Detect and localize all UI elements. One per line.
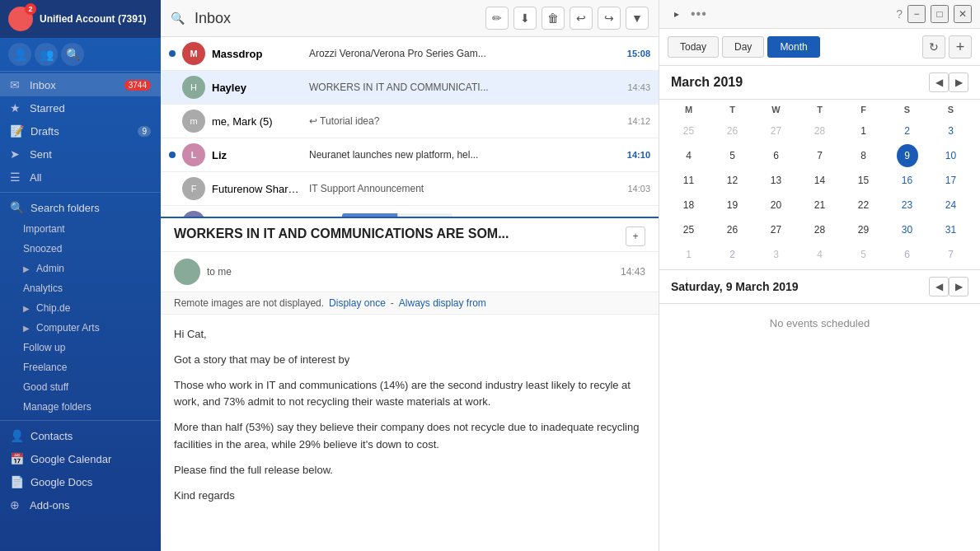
calendar-day[interactable]: 13: [755, 169, 797, 192]
calendar-day[interactable]: 28: [799, 119, 841, 142]
sidebar-item-starred[interactable]: ★ Starred: [0, 96, 161, 119]
calendar-day[interactable]: 4: [799, 243, 841, 266]
calendar-day[interactable]: 14: [799, 169, 841, 192]
sidebar-item-freelance[interactable]: Freelance: [0, 357, 161, 377]
calendar-day[interactable]: 26: [711, 218, 753, 241]
body-para3: Please find the full release below.: [174, 462, 645, 479]
calendar-day[interactable]: 25: [668, 218, 710, 241]
calendar-day[interactable]: 24: [930, 194, 972, 217]
calendar-day[interactable]: 16: [886, 169, 928, 192]
calendar-day[interactable]: 25: [668, 119, 710, 142]
prev-month-button[interactable]: ◀: [929, 72, 949, 92]
sidebar-item-computer-arts[interactable]: ▶ Computer Arts: [0, 318, 161, 338]
sidebar-item-drafts[interactable]: 📝 Drafts 9: [0, 119, 161, 142]
sidebar-item-sent[interactable]: ➤ Sent: [0, 142, 161, 166]
calendar-day[interactable]: 15: [842, 169, 884, 192]
prev-day-button[interactable]: ◀: [929, 277, 949, 297]
calendar-day[interactable]: 10: [930, 144, 972, 167]
sidebar-item-snoozed[interactable]: Snoozed: [0, 239, 161, 259]
avatar[interactable]: 2: [8, 7, 33, 31]
calendar-day[interactable]: 5: [842, 243, 884, 266]
email-sender: me, Mark (5): [212, 115, 302, 128]
email-row[interactable]: m me, Mark (5) ↩ Tutorial idea? 14:12: [161, 105, 659, 138]
more-button[interactable]: ▼: [626, 7, 649, 30]
help-icon[interactable]: ?: [896, 7, 903, 21]
calendar-day[interactable]: 4: [668, 144, 710, 167]
calendar-day[interactable]: 18: [668, 194, 710, 217]
calendar-day[interactable]: 1: [842, 119, 884, 142]
download-button[interactable]: ⬇: [513, 7, 537, 30]
calendar-day[interactable]: 27: [755, 218, 797, 241]
calendar-day[interactable]: 8: [842, 144, 884, 167]
reply-button[interactable]: ↩: [570, 7, 593, 30]
minimize-button[interactable]: −: [907, 5, 926, 23]
calendar-day[interactable]: 23: [886, 194, 928, 217]
sidebar-item-search-folders[interactable]: 🔍 Search folders: [0, 196, 161, 219]
sidebar-item-good-stuff[interactable]: Good stuff: [0, 377, 161, 397]
calendar-day[interactable]: 11: [668, 169, 710, 192]
unread-dot: [169, 50, 176, 57]
refresh-button[interactable]: ↻: [922, 35, 945, 58]
calendar-day[interactable]: 3: [755, 243, 797, 266]
compose-button[interactable]: ✏: [485, 7, 509, 30]
calendar-day[interactable]: 17: [930, 169, 972, 192]
cal-back-button[interactable]: ▸: [668, 5, 686, 23]
calendar-day[interactable]: 28: [799, 218, 841, 241]
delete-button[interactable]: 🗑: [542, 7, 565, 30]
calendar-day[interactable]: 29: [842, 218, 884, 241]
sidebar-item-google-calendar[interactable]: 📅 Google Calendar: [0, 447, 161, 470]
next-day-button[interactable]: ▶: [949, 277, 968, 297]
always-display-link[interactable]: Always display from: [399, 297, 486, 309]
sidebar-item-google-docs[interactable]: 📄 Google Docs: [0, 470, 161, 493]
email-row[interactable]: G GMB London Region ...llings completed …: [161, 206, 659, 218]
calendar-day[interactable]: 6: [886, 243, 928, 266]
sidebar-item-chip-de[interactable]: ▶ Chip.de: [0, 298, 161, 318]
calendar-day[interactable]: 6: [755, 144, 797, 167]
calendar-day[interactable]: 7: [930, 243, 972, 266]
email-row[interactable]: M Massdrop Arozzi Verona/Verona Pro Seri…: [161, 37, 659, 71]
day-button[interactable]: Day: [722, 36, 764, 58]
calendar-day[interactable]: 20: [755, 194, 797, 217]
add-tag-button[interactable]: +: [626, 226, 645, 246]
search-icon-header: 🔍: [171, 12, 185, 25]
email-row[interactable]: H Hayley WORKERS IN IT AND COMMUNICATI..…: [161, 71, 659, 105]
sidebar-item-all[interactable]: ☰ All: [0, 166, 161, 189]
email-row[interactable]: F Futurenow Shared Mailbox IT Support An…: [161, 172, 659, 206]
calendar-day[interactable]: 19: [711, 194, 753, 217]
calendar-day[interactable]: 2: [886, 119, 928, 142]
calendar-day[interactable]: 22: [842, 194, 884, 217]
calendar-day[interactable]: 5: [711, 144, 753, 167]
next-month-button[interactable]: ▶: [949, 72, 968, 92]
forward-button[interactable]: ↪: [598, 7, 621, 30]
display-once-link[interactable]: Display once: [329, 297, 386, 309]
sidebar-item-contacts[interactable]: 👤 Contacts: [0, 424, 161, 447]
sidebar-item-inbox[interactable]: ✉ Inbox 3744: [0, 73, 161, 96]
calendar-day[interactable]: 26: [711, 119, 753, 142]
calendar-day[interactable]: 9: [897, 144, 918, 167]
calendar-day[interactable]: 21: [799, 194, 841, 217]
contact-icon[interactable]: 🔍: [61, 43, 84, 66]
sidebar-item-follow-up[interactable]: Follow up: [0, 338, 161, 357]
sidebar-item-admin[interactable]: ▶ Admin: [0, 259, 161, 278]
calendar-day[interactable]: 31: [930, 218, 972, 241]
maximize-button[interactable]: □: [931, 5, 949, 23]
close-button[interactable]: ✕: [954, 5, 972, 23]
month-button[interactable]: Month: [767, 36, 819, 58]
calendar-day[interactable]: 12: [711, 169, 753, 192]
add-event-button[interactable]: +: [949, 35, 972, 58]
calendar-day[interactable]: 2: [711, 243, 753, 266]
sidebar-item-analytics[interactable]: Analytics: [0, 278, 161, 298]
email-time: 14:03: [619, 184, 650, 194]
calendar-day[interactable]: 30: [886, 218, 928, 241]
email-row[interactable]: L Liz Neuranet launches new platform, he…: [161, 138, 659, 172]
calendar-day[interactable]: 3: [930, 119, 972, 142]
sidebar-item-manage-folders[interactable]: Manage folders: [0, 397, 161, 417]
today-button[interactable]: Today: [668, 36, 719, 58]
sidebar-item-add-ons[interactable]: ⊕ Add-ons: [0, 493, 161, 516]
calendar-day[interactable]: 7: [799, 144, 841, 167]
person-icon[interactable]: 👤: [8, 43, 31, 66]
group-icon[interactable]: 👥: [35, 43, 58, 66]
calendar-day[interactable]: 1: [668, 243, 710, 266]
calendar-day[interactable]: 27: [755, 119, 797, 142]
sidebar-item-important[interactable]: Important: [0, 219, 161, 239]
